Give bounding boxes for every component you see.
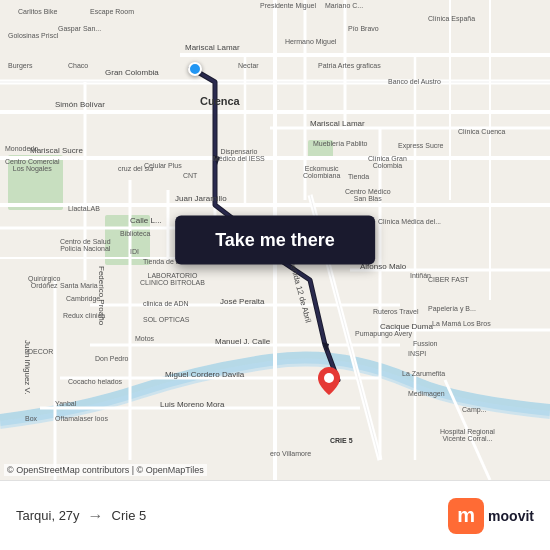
route-from: Tarqui, 27y	[16, 508, 80, 523]
map-container: Gran Colombia Simón Bolívar Mariscal Suc…	[0, 0, 550, 480]
label-clinica-adn: clinica de ADN	[143, 300, 189, 307]
label-cambridge: Cambridge	[66, 295, 100, 302]
label-centro-medico-san-blas: Centro MédicoSan Blas	[345, 188, 391, 202]
label-manuel-calle: Manuel J. Calle	[215, 337, 270, 346]
moovit-m-icon: m	[448, 498, 484, 534]
route-info: Tarqui, 27y → Crie 5	[16, 507, 448, 525]
label-idi: IDI	[130, 248, 139, 255]
label-miguel-cordero: Miguel Cordero Davila	[165, 370, 244, 379]
svg-point-38	[324, 373, 334, 383]
label-centro-salud: Centro de SaludPolicía Nacional	[60, 238, 111, 252]
label-muebleria: Mueblería Pablito	[313, 140, 367, 147]
destination-marker	[318, 367, 340, 395]
label-carlitos-bike: Carlitos Bike	[18, 8, 57, 15]
bottom-bar: Tarqui, 27y → Crie 5 m moovit	[0, 480, 550, 550]
label-tienda1: Tienda	[348, 173, 369, 180]
label-jose-peralta: José Peralta	[220, 297, 264, 306]
label-cruz-del-sur: cruz del sur	[118, 165, 154, 172]
label-medimagen: Medimagen	[408, 390, 445, 397]
label-luis-moreno: Luis Moreno Mora	[160, 400, 224, 409]
label-decor: DECOR	[28, 348, 53, 355]
label-nectar: Nectar	[238, 62, 259, 69]
label-fussion: Fussion	[413, 340, 438, 347]
label-papeleria: Papelería y B...	[428, 305, 476, 312]
label-ciber-fast: CIBER FAST	[428, 276, 469, 283]
label-mariscal-lamar-top: Mariscal Lamar	[185, 43, 240, 52]
map-attribution: © OpenStreetMap contributors | © OpenMap…	[4, 464, 207, 476]
label-laboratorio: LABORATORIOCLINICO BITROLAB	[140, 272, 205, 286]
label-redux: Redux clínica	[63, 312, 105, 319]
label-yanbal: Yanbal	[55, 400, 76, 407]
label-patria-artes: Patria Artes graficas	[318, 62, 381, 69]
label-clinica-medica: Clínica Médica del...	[378, 218, 441, 225]
label-centro-comercial: Centro ComercialLos Nogales	[5, 158, 59, 172]
moovit-logo: m moovit	[448, 498, 534, 534]
label-dispensario: DispensarioMédico del IESS	[213, 148, 265, 162]
label-crie5: CRIE 5	[330, 437, 353, 444]
label-oftamalaser: Oftamalaser loos	[55, 415, 108, 422]
label-biblioteca: Biblioteca	[120, 230, 150, 237]
label-hospital-regional: Hospital RegionalVicente Corral...	[440, 428, 495, 442]
label-santa-maria: Santa Maria	[60, 282, 98, 289]
label-clinica-cuenca: Clínica Cuenca	[458, 128, 505, 135]
label-gaspar-san: Gaspar San...	[58, 25, 101, 32]
label-llactalab: LlactaLAB	[68, 205, 100, 212]
label-quirurgico: QuirúrgicoOrdóñez	[28, 275, 60, 289]
label-express-sucre: Express Sucre	[398, 142, 444, 149]
moovit-text: moovit	[488, 508, 534, 524]
label-mariscal-lamar-bottom: Mariscal Lamar	[310, 119, 365, 128]
label-golosinas: Golosinas Priscl	[8, 32, 58, 39]
label-intinan: Intiñán	[410, 272, 431, 279]
label-juan-jaramillo: Juan Jaramillo	[175, 194, 227, 203]
label-cnt: CNT	[183, 172, 197, 179]
label-simon-bolivar: Simón Bolívar	[55, 100, 105, 109]
label-hermano-miguel: Hermano Miguel	[285, 38, 336, 45]
label-motos: Motos	[135, 335, 154, 342]
label-zarumefita: La Zarumefita	[402, 370, 445, 377]
label-burgers: Burgers	[8, 62, 33, 69]
label-clinica-gran-colombia: Clínica GranColombia	[368, 155, 407, 169]
label-ero-villamore: ero Villamore	[270, 450, 311, 457]
origin-marker	[188, 62, 202, 76]
label-presidente-miguel: Presidente Miguel	[260, 2, 316, 9]
label-escape-room: Escape Room	[90, 8, 134, 15]
label-inspi: INSPI	[408, 350, 426, 357]
label-gran-colombia: Gran Colombia	[105, 68, 159, 77]
route-to: Crie 5	[112, 508, 147, 523]
label-calle-l: Calle L...	[130, 216, 162, 225]
label-camp: Camp...	[462, 406, 487, 413]
label-cuenca: Cuenca	[200, 95, 240, 107]
label-eckomusic: EckomusicColombiana	[303, 165, 340, 179]
label-chaco: Chaco	[68, 62, 88, 69]
label-clinica-espana: Clínica España	[428, 15, 475, 22]
label-ruteros-travel: Ruteros Travel	[373, 308, 419, 315]
label-box: Box	[25, 415, 37, 422]
label-la-mama: La Mamá Los Bros	[432, 320, 491, 327]
label-pio-bravo: Pío Bravo	[348, 25, 379, 32]
label-banco-austro: Banco del Austro	[388, 78, 441, 85]
label-sol-opticas: SOL OPTICAS	[143, 316, 189, 323]
label-cocacho: Cocacho helados	[68, 378, 122, 385]
label-mariano-c: Mariano C...	[325, 2, 363, 9]
take-me-there-button[interactable]: Take me there	[175, 216, 375, 265]
label-pumapungo: Pumapungo Avery	[355, 330, 412, 337]
label-monodedo: Monodedo	[5, 145, 38, 152]
route-arrow: →	[88, 507, 104, 525]
label-don-pedro: Don Pedro	[95, 355, 128, 362]
